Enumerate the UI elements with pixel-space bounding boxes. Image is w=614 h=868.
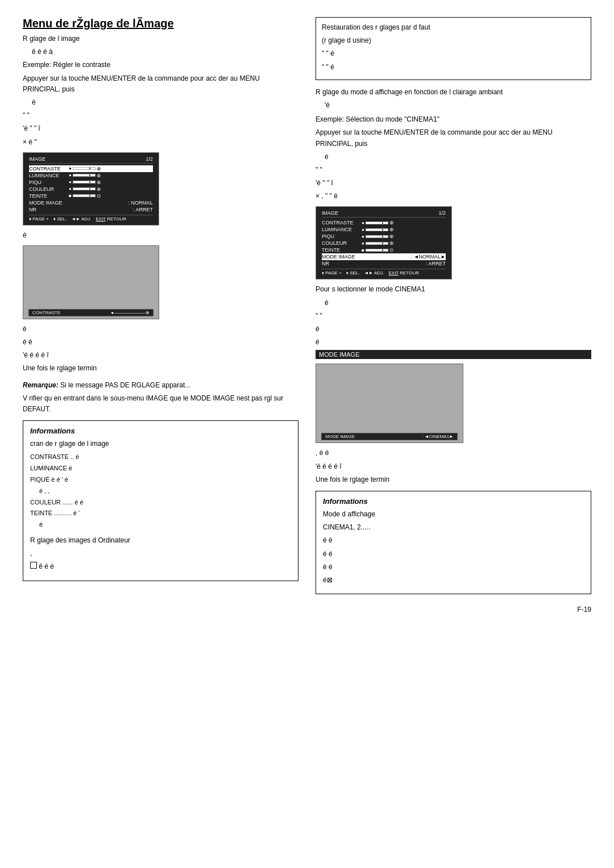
- bar-fill-contraste: [73, 167, 96, 170]
- menu-title-2: IMAGE: [322, 210, 338, 216]
- info-pique2: é , ,: [39, 487, 49, 494]
- info-box-left: Informations cran de r glage de l image …: [23, 420, 298, 581]
- info-row-contraste: CONTRASTE .. è: [30, 452, 291, 463]
- plus-teinte: ⊙: [97, 193, 101, 199]
- info-couleur: COULEUR ...... è é: [30, 499, 84, 506]
- preview-label-right: ●———————⊕: [111, 310, 150, 315]
- bar-luminance: ● ⊕: [69, 173, 153, 178]
- menu-value-nr: : ARRET: [133, 207, 153, 212]
- step4: é: [23, 230, 298, 241]
- example2: Exemple: Sélection du mode "CINEMA1": [316, 114, 591, 125]
- top-right-box: Restauration des r glages par d faut (r …: [316, 17, 591, 80]
- info-footer2: ,: [30, 548, 291, 559]
- remark-text2: V rifier qu en entrant dans le sous-menu…: [23, 393, 298, 415]
- footer2-page: ♦ PAGE +: [322, 270, 342, 276]
- menu2-label-contraste: CONTRASTE: [322, 220, 362, 226]
- menu-row2-contraste: CONTRASTE ● ⊕: [322, 219, 446, 226]
- menu-page-2: 1/2: [438, 210, 446, 216]
- section2-sub: 'é: [325, 100, 591, 111]
- menu-row2-couleur: COULEUR ● ⊕: [322, 240, 446, 247]
- step2: 'é " " î: [23, 123, 298, 134]
- dot-teinte: ■: [69, 193, 72, 198]
- info-row-pique2: é , ,: [39, 486, 291, 497]
- menu2-value-modeimage: : ◄NORMAL►: [411, 254, 446, 260]
- remark-text: Remarque: Si le message PAS DE RGLAGE ap…: [23, 380, 298, 391]
- dark-bar: MODE IMAGE: [316, 350, 591, 359]
- info2-line2: é è: [323, 535, 584, 546]
- info2-line1: CINEMA1, 2.....: [323, 522, 584, 533]
- top-box-line4: " " é: [322, 62, 585, 73]
- footer-adj-1: ◄► ADJ.: [72, 216, 92, 222]
- info-teinte2: é: [39, 521, 43, 528]
- menu-row2-teinte: TEINTE ■ ⊙: [322, 247, 446, 253]
- bar-couleur: ● ⊕: [69, 186, 153, 192]
- menu2-label-nr: NR: [322, 261, 329, 266]
- step2-3: 'é " " î: [316, 178, 591, 189]
- plus-contraste: ⊕: [97, 166, 101, 172]
- menu-row-couleur: COULEUR ● ⊕: [29, 186, 153, 193]
- menu-label-couleur: COULEUR: [29, 186, 69, 192]
- dot-couleur: ●: [69, 186, 72, 191]
- menu-row2-modeimage: MODE IMAGE : ◄NORMAL►: [322, 253, 446, 260]
- plus-piqu: ⊕: [97, 180, 101, 185]
- menu2-label-teinte: TEINTE: [322, 247, 362, 253]
- bar2-teinte: ■ ⊙: [362, 247, 446, 253]
- info2-subtitle: Mode d affichage: [323, 509, 584, 520]
- footer2-exit: EXIT RETOUR: [388, 270, 419, 276]
- info-row-teinte2: é: [39, 519, 291, 531]
- menu-row-teinte: TEINTE ■ ⊙: [29, 193, 153, 199]
- info2-line5: é⊠: [323, 575, 584, 586]
- bar2-contraste: ● ⊕: [362, 220, 446, 226]
- menu-row2-nr: NR : ARRET: [322, 260, 446, 267]
- bar-fill-teinte: [73, 194, 96, 197]
- page-container: Menu de rŽglage de lÃmage R glage de l i…: [23, 17, 591, 614]
- right-column: Restauration des r glages par d faut (r …: [316, 17, 591, 614]
- menu-row2-luminance: LUMINANCE ● ⊕: [322, 226, 446, 233]
- menu2-value-nr: : ARRET: [426, 261, 446, 266]
- menu-label-contraste: CONTRASTE: [29, 166, 69, 172]
- dot-luminance: ●: [69, 173, 72, 178]
- bar-contraste: ● ⊕: [69, 166, 153, 172]
- bar-fill-couleur: [73, 187, 96, 190]
- preview-label-left: CONTRASTE: [32, 310, 60, 315]
- menu2-label-piqu: PIQU: [322, 233, 362, 239]
- section2-title: R glage du mode d affichage en fonction …: [316, 87, 591, 98]
- info-row-pique: PIQUÉ è é ' è: [30, 474, 291, 486]
- preview-box-1: CONTRASTE ●———————⊕: [23, 245, 159, 319]
- top-box-line3: " " é: [322, 48, 585, 59]
- bar-fill-luminance: [73, 174, 96, 177]
- info-footer3-text: ê é é: [39, 562, 54, 570]
- step3: × é ": [23, 137, 298, 148]
- menu-label-modeimage: MODE IMAGE: [29, 200, 63, 206]
- info-teinte: TEINTE .......... è ': [30, 510, 80, 516]
- step3-5: Une fois le rglage termin: [316, 474, 591, 485]
- menu2-label-luminance: LUMINANCE: [322, 227, 362, 232]
- plus-couleur: ⊕: [97, 186, 101, 192]
- quote1: " ": [23, 110, 298, 121]
- step6: é é: [23, 337, 298, 348]
- info2-line3: é é: [323, 549, 584, 560]
- remark-box: Remarque: Si le message PAS DE RGLAGE ap…: [23, 380, 298, 415]
- menu-header-2: IMAGE 1/2: [322, 210, 446, 218]
- menu-value-modeimage: : NORMAL: [128, 200, 153, 206]
- step5: é: [23, 324, 298, 335]
- preview2-label-left: MODE IMAGE: [325, 434, 355, 439]
- info-title-right: Informations: [323, 497, 584, 506]
- bar-piqu: ● ⊕: [69, 180, 153, 185]
- footer-page-1: ♦ PAGE +: [29, 216, 49, 222]
- page-number: F-19: [316, 606, 591, 614]
- bar-fill-piqu: [73, 181, 96, 183]
- info-row-teinte: TEINTE .......... è ': [30, 508, 291, 519]
- intro-line2: ê é é à: [32, 47, 298, 57]
- cinema1-label: Pour s lectionner le mode CINEMA1: [316, 284, 591, 295]
- step7: 'é é é é î: [23, 350, 298, 361]
- preview-label-2: MODE IMAGE : ◄CINEMA1►: [321, 433, 458, 440]
- intro-line1: R glage de l image: [23, 34, 298, 44]
- preview-label-1: CONTRASTE ●———————⊕: [28, 309, 154, 316]
- cinema1-sub: é: [325, 298, 591, 308]
- info-footer3: ê é é: [30, 561, 291, 572]
- bar2-luminance: ● ⊕: [362, 227, 446, 232]
- menu-footer-2: ♦ PAGE + ♦ SEL. ◄► ADJ. EXIT RETOUR: [322, 269, 446, 276]
- step3-1: é: [316, 324, 591, 335]
- step2-4: × , " " é: [316, 191, 591, 202]
